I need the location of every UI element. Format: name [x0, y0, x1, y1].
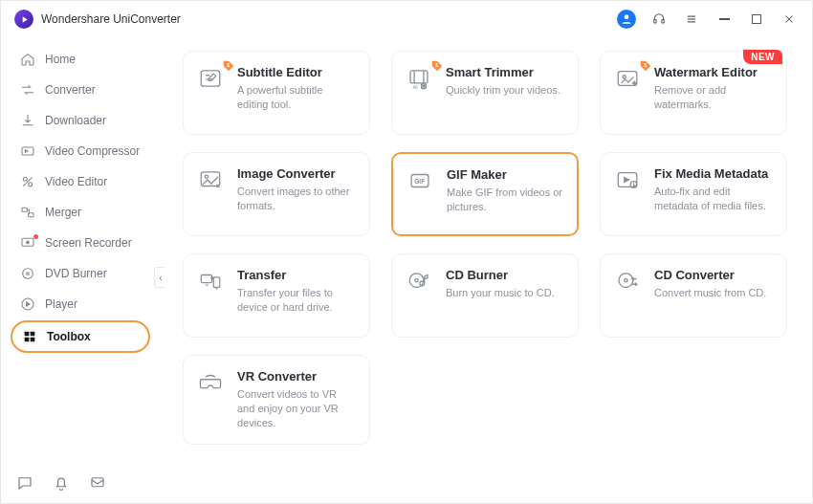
svg-text:$: $ — [435, 62, 438, 68]
tool-card-cd-burner[interactable]: CD Burner Burn your music to CD. — [391, 253, 579, 338]
tool-title: VR Converter — [237, 369, 356, 383]
tool-title: GIF Maker — [447, 167, 563, 182]
svg-text:$: $ — [644, 62, 647, 68]
tool-desc: Make GIF from videos or pictures. — [447, 186, 563, 214]
sidebar: Home Converter Downloader Video Compress… — [1, 37, 160, 463]
maximize-button[interactable] — [747, 10, 766, 29]
converter-icon — [20, 82, 35, 98]
tool-title: CD Burner — [446, 268, 555, 282]
svg-point-14 — [27, 241, 30, 244]
tool-desc: Convert music from CD. — [654, 286, 766, 300]
menu-icon[interactable] — [682, 10, 701, 29]
close-button[interactable] — [780, 10, 799, 29]
tool-card-watermark-editor[interactable]: $ NEW Watermark Editor Remove or add wat… — [600, 51, 787, 135]
tool-desc: Quickly trim your videos. — [446, 83, 560, 98]
tool-desc: A powerful subtitle editing tool. — [237, 83, 356, 112]
editor-icon — [20, 174, 35, 189]
merger-icon — [20, 205, 35, 220]
subtitle-icon — [197, 65, 224, 92]
sidebar-item-label: Converter — [45, 83, 96, 97]
svg-point-15 — [23, 269, 33, 279]
tool-card-image-converter[interactable]: Image Converter Convert images to other … — [183, 152, 370, 236]
tool-title: Transfer — [237, 268, 356, 282]
tool-title: Subtitle Editor — [237, 65, 356, 79]
svg-text:AI: AI — [413, 84, 419, 90]
bottombar — [1, 463, 812, 503]
headset-icon[interactable] — [649, 10, 669, 29]
sidebar-item-converter[interactable]: Converter — [11, 76, 150, 104]
sidebar-item-home[interactable]: Home — [11, 45, 150, 74]
sidebar-item-editor[interactable]: Video Editor — [11, 167, 150, 196]
image-icon — [197, 166, 224, 193]
tool-desc: Convert videos to VR and enjoy on your V… — [237, 387, 356, 430]
tool-desc: Convert images to other formats. — [237, 185, 356, 213]
svg-point-40 — [415, 279, 418, 282]
recorder-icon — [20, 235, 35, 251]
svg-rect-18 — [25, 332, 30, 337]
messages-icon[interactable] — [16, 474, 33, 492]
user-icon[interactable] — [617, 10, 636, 29]
sidebar-item-player[interactable]: Player — [11, 290, 150, 318]
svg-rect-38 — [213, 277, 220, 288]
player-icon — [20, 296, 35, 312]
app-title: Wondershare UniConverter — [41, 12, 181, 26]
tool-card-vr-converter[interactable]: VR Converter Convert videos to VR and en… — [183, 355, 370, 445]
price-tag-icon: $ — [639, 59, 652, 73]
tool-desc: Burn your music to CD. — [446, 286, 555, 300]
new-badge: NEW — [743, 50, 782, 64]
cdburner-icon — [406, 268, 432, 295]
downloader-icon — [20, 113, 35, 128]
price-tag-icon: $ — [430, 59, 444, 73]
svg-point-10 — [29, 183, 33, 186]
svg-rect-1 — [654, 20, 656, 23]
svg-rect-19 — [31, 332, 35, 337]
sidebar-item-label: Screen Recorder — [45, 236, 132, 250]
home-icon — [20, 52, 35, 67]
sidebar-item-label: Home — [45, 53, 76, 66]
svg-rect-25 — [410, 71, 428, 83]
svg-rect-43 — [92, 478, 103, 487]
tool-desc: Remove or add watermarks. — [654, 83, 773, 112]
feedback-icon[interactable] — [89, 474, 106, 492]
metadata-icon — [614, 166, 641, 193]
sidebar-item-label: Video Compressor — [45, 144, 140, 158]
svg-point-32 — [205, 175, 208, 178]
sidebar-item-dvd[interactable]: DVD Burner — [11, 259, 150, 288]
sidebar-item-label: Merger — [45, 206, 81, 219]
tool-title: Smart Trimmer — [446, 65, 560, 79]
main-panel: $ Subtitle Editor A powerful subtitle ed… — [164, 37, 806, 463]
tool-title: Fix Media Metadata — [654, 166, 773, 181]
svg-rect-21 — [31, 338, 35, 342]
app-logo — [14, 10, 33, 29]
tool-card-transfer[interactable]: Transfer Transfer your files to device o… — [183, 253, 370, 338]
sidebar-item-recorder[interactable]: Screen Recorder — [11, 229, 150, 257]
tool-card-fix-metadata[interactable]: Fix Media Metadata Auto-fix and edit met… — [600, 152, 787, 236]
sidebar-item-label: Toolbox — [47, 330, 91, 343]
svg-point-30 — [623, 76, 626, 78]
sidebar-item-downloader[interactable]: Downloader — [11, 106, 150, 135]
sidebar-item-compressor[interactable]: Video Compressor — [11, 137, 150, 165]
toolbox-icon — [22, 329, 37, 344]
tool-title: Watermark Editor — [654, 65, 773, 79]
tool-title: Image Converter — [237, 166, 356, 181]
price-tag-icon: $ — [222, 59, 235, 73]
sidebar-item-toolbox[interactable]: Toolbox — [11, 320, 150, 353]
compressor-icon — [20, 143, 35, 159]
titlebar: Wondershare UniConverter — [1, 1, 812, 37]
tool-desc: Auto-fix and edit metadata of media file… — [654, 185, 773, 213]
minimize-button[interactable] — [714, 10, 734, 29]
sidebar-item-label: DVD Burner — [45, 267, 107, 280]
notifications-icon[interactable] — [53, 474, 70, 492]
svg-text:$: $ — [227, 62, 230, 68]
sidebar-item-label: Video Editor — [45, 175, 107, 188]
tool-card-cd-converter[interactable]: CD Converter Convert music from CD. — [600, 253, 787, 338]
svg-rect-20 — [25, 338, 30, 342]
tool-card-smart-trimmer[interactable]: $ AI Smart Trimmer Quickly trim your vid… — [391, 51, 579, 135]
tool-card-gif-maker[interactable]: GIF GIF Maker Make GIF from videos or pi… — [391, 152, 579, 236]
trimmer-icon: AI — [406, 65, 432, 92]
tool-card-subtitle-editor[interactable]: $ Subtitle Editor A powerful subtitle ed… — [183, 51, 370, 135]
tool-title: CD Converter — [654, 268, 766, 282]
watermark-icon — [614, 65, 641, 92]
sidebar-item-merger[interactable]: Merger — [11, 198, 150, 227]
sidebar-item-label: Player — [45, 297, 77, 311]
